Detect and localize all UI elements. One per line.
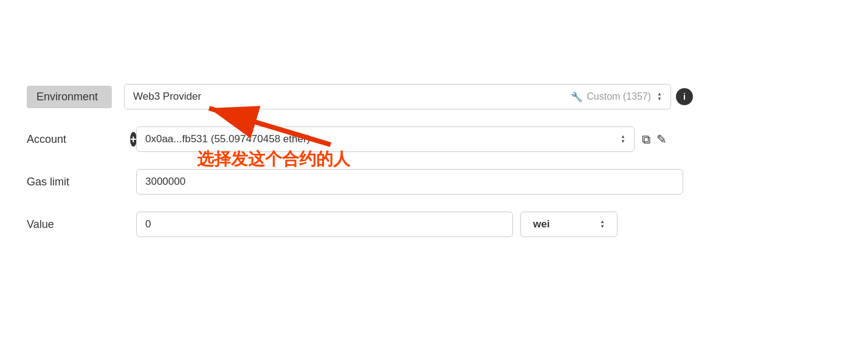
value-field[interactable]: 0: [136, 212, 513, 237]
value-row: Value 0 wei: [27, 212, 841, 237]
info-icon[interactable]: i: [676, 88, 693, 105]
provider-name: Web3 Provider: [133, 91, 563, 103]
chevron-updown-icon[interactable]: [657, 92, 662, 102]
account-label-group: Account +: [27, 132, 124, 147]
gas-limit-label: Gas limit: [27, 176, 124, 188]
environment-label: Environment: [27, 86, 112, 108]
unit-chevron-icon[interactable]: [600, 219, 605, 229]
value-amount: 0: [145, 218, 151, 230]
unit-dropdown[interactable]: wei: [520, 212, 618, 237]
gas-limit-row: Gas limit 3000000: [27, 169, 841, 195]
value-label: Value: [27, 218, 124, 231]
gas-limit-field[interactable]: 3000000: [136, 169, 683, 195]
custom-network[interactable]: 🔧 Custom (1357): [571, 91, 662, 103]
copy-icon[interactable]: ⧉: [642, 133, 650, 147]
account-field[interactable]: 0x0aa...fb531 (55.097470458 ether): [136, 126, 635, 152]
unit-label: wei: [533, 218, 549, 230]
account-action-icons: ⧉ ✎: [642, 132, 667, 147]
account-chevron-icon[interactable]: [621, 134, 625, 144]
account-label: Account: [27, 133, 124, 146]
add-account-button[interactable]: +: [130, 132, 137, 147]
wrench-icon: 🔧: [571, 91, 583, 103]
account-row: Account + 0x0aa...fb531 (55.097470458 et…: [27, 126, 841, 152]
edit-icon[interactable]: ✎: [656, 132, 667, 147]
account-address: 0x0aa...fb531 (55.097470458 ether): [145, 133, 310, 145]
environment-row: Environment Web3 Provider 🔧 Custom (1357…: [27, 84, 841, 109]
environment-field[interactable]: Web3 Provider 🔧 Custom (1357): [124, 84, 671, 109]
gas-limit-value: 3000000: [145, 176, 185, 188]
